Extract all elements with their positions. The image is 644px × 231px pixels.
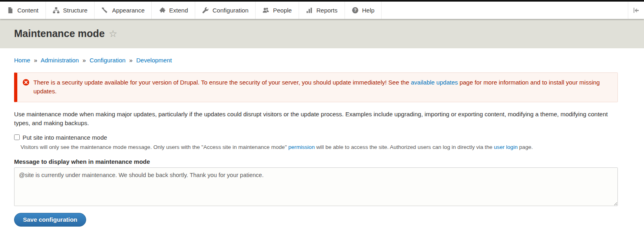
sitemap-icon <box>53 7 60 14</box>
toolbar-item-label: Appearance <box>112 7 144 14</box>
admin-toolbar: Content Structure Appearance Extend Conf… <box>0 2 644 19</box>
breadcrumb-link-home[interactable]: Home <box>14 57 30 64</box>
paintbrush-icon <box>101 7 108 14</box>
toolbar-item-structure[interactable]: Structure <box>46 2 95 19</box>
toolbar-item-reports[interactable]: Reports <box>299 2 345 19</box>
description-text-middle: will be able to access the site. Authori… <box>315 144 494 150</box>
puzzle-icon <box>159 7 165 14</box>
permission-link[interactable]: permission <box>288 144 315 150</box>
maintenance-mode-description: Visitors will only see the maintenance m… <box>21 143 618 151</box>
main-content: Home » Administration » Configuration » … <box>0 57 644 231</box>
breadcrumb-separator: » <box>83 57 86 64</box>
toolbar-item-label: Structure <box>63 7 88 14</box>
toolbar-item-label: People <box>273 7 292 14</box>
maintenance-mode-checkbox-label[interactable]: Put site into maintenance mode <box>23 134 107 141</box>
file-icon <box>7 7 14 14</box>
help-icon: ? <box>352 7 359 14</box>
toolbar-spacer <box>382 2 628 19</box>
page-header: Maintenance mode ☆ <box>0 19 644 48</box>
toolbar-item-people[interactable]: People <box>256 2 299 19</box>
breadcrumb-link-configuration[interactable]: Configuration <box>90 57 126 64</box>
wrench-icon <box>202 7 209 14</box>
user-login-link[interactable]: user login <box>494 144 518 150</box>
breadcrumb-separator: » <box>34 57 37 64</box>
save-configuration-button[interactable]: Save configuration <box>14 213 86 227</box>
error-text-before: There is a security update available for… <box>33 79 411 86</box>
svg-text:?: ? <box>354 8 357 12</box>
toolbar-item-appearance[interactable]: Appearance <box>95 2 152 19</box>
breadcrumb: Home » Administration » Configuration » … <box>14 57 618 64</box>
breadcrumb-separator: » <box>129 57 132 64</box>
toolbar-item-label: Content <box>17 7 39 14</box>
maintenance-mode-checkbox-row: Put site into maintenance mode <box>14 134 618 141</box>
description-text-after: page. <box>518 144 533 150</box>
maintenance-message-textarea[interactable]: @site is currently under maintenance. We… <box>14 167 618 206</box>
toolbar-item-content[interactable]: Content <box>0 2 46 19</box>
page-title: Maintenance mode <box>14 28 105 39</box>
toolbar-item-label: Reports <box>316 7 338 14</box>
people-icon <box>262 7 269 14</box>
security-update-error-message: There is a security update available for… <box>14 72 618 102</box>
available-updates-link[interactable]: available updates <box>411 79 458 86</box>
error-message-text: There is a security update available for… <box>33 78 611 96</box>
toolbar-item-help[interactable]: ? Help <box>345 2 382 19</box>
toolbar-item-label: Help <box>362 7 375 14</box>
breadcrumb-link-development[interactable]: Development <box>136 57 172 64</box>
description-text-before: Visitors will only see the maintenance m… <box>21 144 288 150</box>
maintenance-mode-checkbox[interactable] <box>14 134 20 140</box>
maintenance-mode-intro-text: Use maintenance mode when making major u… <box>14 110 618 128</box>
error-circle-x-icon <box>23 79 29 86</box>
toolbar-item-label: Configuration <box>213 7 248 14</box>
message-field-label: Message to display when in maintenance m… <box>14 158 618 165</box>
toolbar-item-label: Extend <box>169 7 188 14</box>
star-outline-icon[interactable]: ☆ <box>109 29 118 39</box>
toolbar-orientation-toggle[interactable] <box>628 2 644 19</box>
toolbar-item-extend[interactable]: Extend <box>152 2 195 19</box>
breadcrumb-link-administration[interactable]: Administration <box>41 57 79 64</box>
bar-chart-icon <box>306 7 313 14</box>
toolbar-item-configuration[interactable]: Configuration <box>195 2 256 19</box>
collapse-left-icon <box>633 7 640 14</box>
